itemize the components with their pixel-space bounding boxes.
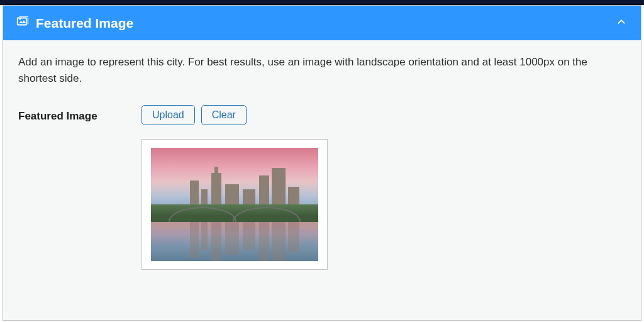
panel-title: Featured Image (36, 16, 133, 31)
image-preview-frame[interactable] (142, 139, 328, 270)
field-label: Featured Image (18, 105, 106, 123)
image-preview (151, 148, 318, 261)
featured-image-field: Featured Image Upload Clear (18, 105, 626, 270)
clear-button[interactable]: Clear (201, 105, 247, 125)
chevron-up-icon[interactable] (614, 14, 628, 31)
panel-body: Add an image to represent this city. For… (3, 40, 641, 284)
panel-description: Add an image to represent this city. For… (18, 54, 622, 87)
window-top-strip (0, 0, 644, 5)
panel-header[interactable]: Featured Image (3, 6, 641, 40)
upload-button[interactable]: Upload (142, 105, 195, 125)
featured-image-panel: Featured Image Add an image to represent… (3, 5, 641, 321)
image-icon (16, 14, 30, 31)
